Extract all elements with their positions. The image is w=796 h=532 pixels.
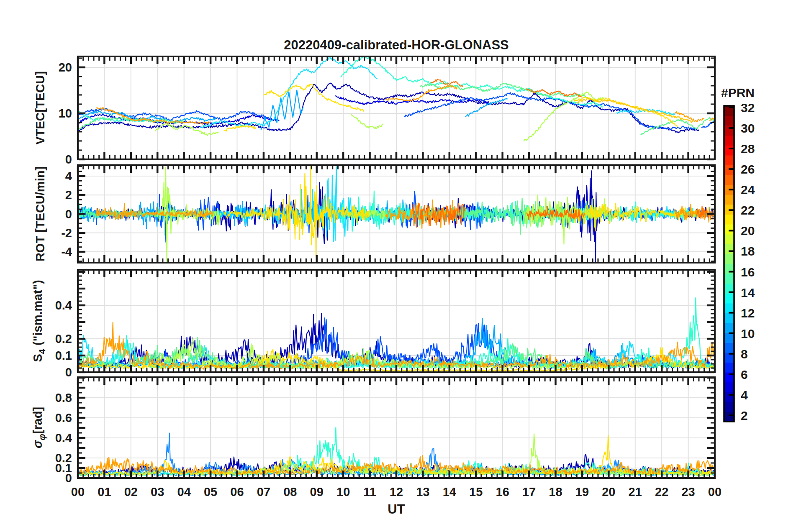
colorbar-tick-label: 12 xyxy=(741,306,755,320)
gridlines xyxy=(78,56,715,478)
x-tick-label: 17 xyxy=(522,485,536,499)
colorbar-band xyxy=(724,412,734,422)
y-axis-labels: VTEC[TECU]ROT [TECU/min]S4 ("ism.mat")σφ… xyxy=(31,71,47,448)
colorbar-band xyxy=(724,165,734,175)
x-tick-label: 15 xyxy=(469,485,483,499)
colorbar-tick-label: 14 xyxy=(741,286,755,299)
x-tick-label: 09 xyxy=(310,485,324,499)
y-tick-label-s4: 0.1 xyxy=(55,349,72,362)
scintillation-chart: 01020-4-202400.10.20.400.10.20.40.60.800… xyxy=(0,0,796,532)
x-tick-label: 02 xyxy=(124,485,138,499)
colorbar-tick-label: 16 xyxy=(741,265,755,279)
series-prn-20 xyxy=(224,126,256,131)
x-tick-label: 21 xyxy=(629,485,642,499)
y-axis-label-sigma: σφ[rad] xyxy=(31,407,47,448)
colorbar-band xyxy=(724,274,734,284)
y-tick-label-s4: 0 xyxy=(65,366,72,379)
colorbar-band xyxy=(724,382,734,392)
y-tick-label-s4: 0.4 xyxy=(55,299,72,312)
y-tick-label-rot: 4 xyxy=(65,169,72,183)
y-axis-label-vtec: VTEC[TECU] xyxy=(33,71,47,145)
y-tick-label-vtec: 10 xyxy=(59,107,72,120)
colorbar-tick-label: 28 xyxy=(741,142,755,156)
colorbar-tick-label: 22 xyxy=(741,203,755,217)
x-tick-label: 11 xyxy=(363,485,376,499)
figure-20220409-calibrated-hor-glonass: 01020-4-202400.10.20.400.10.20.40.60.800… xyxy=(0,0,796,532)
colorbar-band xyxy=(724,234,734,244)
colorbar-tick-label: 2 xyxy=(741,409,748,422)
y-tick-label-sigma: 0.6 xyxy=(55,411,72,425)
colorbar-band xyxy=(724,244,734,254)
colorbar-band xyxy=(724,362,734,372)
colorbar-tick-label: 26 xyxy=(741,162,755,176)
x-tick-label: 10 xyxy=(336,485,350,499)
y-tick-label-rot: -2 xyxy=(61,226,72,240)
y-tick-label-sigma: 0.8 xyxy=(55,391,72,404)
y-tick-label-s4: 0.2 xyxy=(55,332,72,345)
x-tick-label: 22 xyxy=(655,485,668,499)
x-axis-label: UT xyxy=(388,502,405,517)
y-tick-label-vtec: 0 xyxy=(65,153,72,166)
x-tick-label: 19 xyxy=(575,485,589,499)
colorbar-tick-label: 20 xyxy=(741,224,755,238)
series-prn-10 xyxy=(261,90,303,130)
colorbar-band xyxy=(724,323,734,333)
colorbar-band xyxy=(724,392,734,402)
y-axis-label-rot: ROT [TECU/min] xyxy=(33,166,47,261)
y-tick-label-rot: 2 xyxy=(65,188,72,202)
y-tick-label-vtec: 20 xyxy=(59,61,72,74)
colorbar-band xyxy=(724,333,734,343)
x-tick-label: 08 xyxy=(283,485,297,499)
x-tick-label: 06 xyxy=(230,485,244,499)
colorbar-tick-label: 32 xyxy=(741,101,755,115)
x-tick-label: 18 xyxy=(549,485,562,499)
x-tick-label: 12 xyxy=(390,485,403,499)
y-tick-label-sigma: 0.2 xyxy=(55,451,72,465)
colorbar-band xyxy=(724,293,734,303)
colorbar-band xyxy=(724,402,734,412)
colorbar-tick-label: 10 xyxy=(741,327,755,340)
colorbar-band xyxy=(724,125,734,136)
series-prn-18 xyxy=(351,114,383,129)
colorbar-band xyxy=(724,194,734,205)
x-tick-label: 20 xyxy=(602,485,615,499)
colorbar-band xyxy=(724,343,734,353)
y-tick-label-sigma: 0.4 xyxy=(55,431,72,445)
y-tick-label-rot: -4 xyxy=(61,245,72,258)
colorbar-tick-label: 24 xyxy=(741,183,755,197)
colorbar-tick-label: 4 xyxy=(741,388,748,402)
x-tick-label: 07 xyxy=(257,485,270,499)
x-tick-label: 23 xyxy=(681,485,695,499)
colorbar-tick-label: 8 xyxy=(741,347,748,361)
x-tick-label: 00 xyxy=(71,485,85,499)
x-tick-label: 04 xyxy=(177,485,191,499)
x-tick-label: 00 xyxy=(708,485,722,499)
y-axis-label-s4: S4 ("ism.mat") xyxy=(31,280,47,362)
colorbar-band xyxy=(724,215,734,225)
y-tick-label-rot: 0 xyxy=(65,207,72,221)
x-tick-label: 13 xyxy=(416,485,429,499)
chart-title: 20220409-calibrated-HOR-GLONASS xyxy=(284,38,509,52)
colorbar-tick-label: 30 xyxy=(741,121,755,135)
colorbar-band xyxy=(724,313,734,323)
x-tick-label: 03 xyxy=(151,485,164,499)
colorbar-band xyxy=(724,254,734,264)
x-tick-label: 05 xyxy=(204,485,217,499)
colorbar-band xyxy=(724,303,734,313)
colorbar-band xyxy=(724,224,734,234)
series-prn-16 xyxy=(420,83,590,99)
colorbar-tick-label: 18 xyxy=(741,244,755,258)
x-tick-label: 14 xyxy=(443,485,456,499)
x-tick-label: 01 xyxy=(98,485,111,499)
x-tick-label: 16 xyxy=(496,485,509,499)
colorbar-title: #PRN xyxy=(721,86,755,100)
colorbar-band xyxy=(724,175,734,185)
colorbar-band xyxy=(724,155,734,165)
colorbar-tick-label: 6 xyxy=(741,368,748,381)
prn-colorbar: 2468101214161820222426283032 xyxy=(724,101,755,422)
colorbar-band xyxy=(724,145,734,155)
colorbar-band xyxy=(724,136,734,146)
colorbar-band xyxy=(724,116,734,126)
series-prn-2 xyxy=(78,83,699,133)
